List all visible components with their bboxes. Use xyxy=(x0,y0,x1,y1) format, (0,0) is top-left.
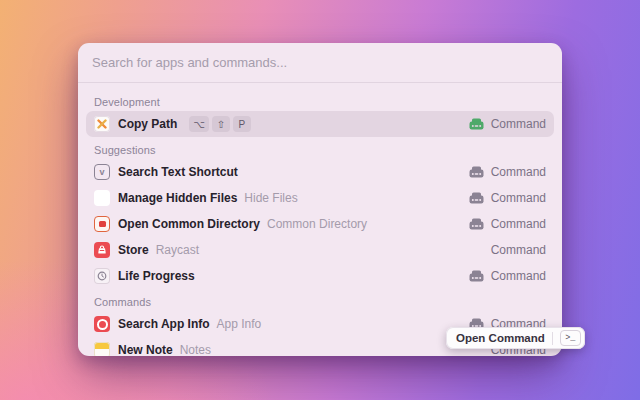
item-subtitle: Raycast xyxy=(156,243,199,257)
item-type-label: Command xyxy=(491,165,546,179)
list-item-manage-hidden-files[interactable]: Manage Hidden Files Hide Files Command xyxy=(86,185,554,211)
command-palette-window: Development Copy Path ⌥ ⇧ P xyxy=(78,43,562,356)
item-title: Open Common Directory xyxy=(118,217,260,231)
tooltip-divider xyxy=(552,332,553,345)
item-type-label: Command xyxy=(491,243,546,257)
tooltip-label: Open Command xyxy=(456,332,545,344)
section-header-commands: Commands xyxy=(94,296,546,308)
common-directory-icon xyxy=(94,216,110,232)
text-shortcut-icon: v xyxy=(94,164,110,180)
item-subtitle: Common Directory xyxy=(267,217,367,231)
list-item-store[interactable]: Store Raycast Command xyxy=(86,237,554,263)
item-type-label: Command xyxy=(491,191,546,205)
list-item-open-common-directory[interactable]: Open Common Directory Common Directory C… xyxy=(86,211,554,237)
app-info-icon xyxy=(94,316,110,332)
list-item-search-text-shortcut[interactable]: v Search Text Shortcut Command xyxy=(86,159,554,185)
item-type-label: Command xyxy=(491,117,546,131)
item-subtitle: Notes xyxy=(180,343,211,356)
hidden-files-icon xyxy=(94,190,110,206)
list-item-life-progress[interactable]: Life Progress Command xyxy=(86,263,554,289)
section-header-suggestions: Suggestions xyxy=(94,144,546,156)
open-command-tooltip[interactable]: Open Command >_ xyxy=(446,327,585,349)
option-key: ⌥ xyxy=(189,116,209,132)
shortcut-keys: ⌥ ⇧ P xyxy=(189,116,251,132)
car-icon xyxy=(469,166,484,178)
list-item-copy-path[interactable]: Copy Path ⌥ ⇧ P Command xyxy=(86,111,554,137)
item-type-label: Command xyxy=(491,269,546,283)
car-icon xyxy=(469,192,484,204)
item-title: Search Text Shortcut xyxy=(118,165,238,179)
life-progress-icon xyxy=(94,268,110,284)
copy-path-icon xyxy=(94,116,110,132)
new-note-icon xyxy=(94,342,110,356)
car-icon xyxy=(469,270,484,282)
p-key: P xyxy=(233,116,251,132)
results-list: Development Copy Path ⌥ ⇧ P xyxy=(78,83,562,356)
shift-key: ⇧ xyxy=(212,116,230,132)
item-type-label: Command xyxy=(491,217,546,231)
car-icon xyxy=(469,218,484,230)
item-title: Search App Info xyxy=(118,317,210,331)
car-icon xyxy=(469,118,484,130)
item-title: Life Progress xyxy=(118,269,195,283)
item-title: Copy Path xyxy=(118,117,177,131)
search-input[interactable] xyxy=(92,55,548,70)
item-subtitle: Hide Files xyxy=(244,191,297,205)
store-icon xyxy=(94,242,110,258)
item-title: Manage Hidden Files xyxy=(118,191,237,205)
item-title: New Note xyxy=(118,343,173,356)
terminal-prompt-icon: >_ xyxy=(560,330,581,346)
search-bar xyxy=(78,43,562,83)
item-title: Store xyxy=(118,243,149,257)
item-subtitle: App Info xyxy=(217,317,262,331)
section-header-development: Development xyxy=(94,96,546,108)
